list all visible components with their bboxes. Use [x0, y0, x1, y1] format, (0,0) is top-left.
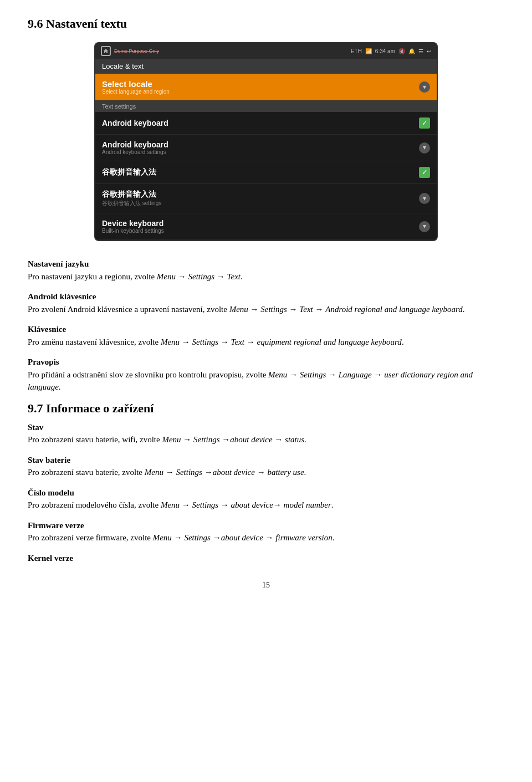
pravopis-title: Pravopis	[28, 357, 59, 366]
nastaveni-jazyku-text: Nastavení jazyku Pro nastavení jazyku a …	[28, 258, 504, 283]
chinese-keyboard-row-1[interactable]: 谷歌拼音输入法 ✓	[95, 161, 437, 184]
nastaveni-jazyku-section: Nastavení jazyku Pro nastavení jazyku a …	[28, 258, 504, 283]
cislo-modelu-title: Číslo modelu	[28, 488, 74, 497]
stav-title: Stav	[28, 423, 43, 432]
android-keyboard-text-2: Android keyboard Android keyboard settin…	[102, 140, 168, 155]
select-locale-sub: Select language and region	[102, 89, 170, 95]
chinese-keyboard-check-1: ✓	[419, 167, 430, 178]
chinese-keyboard-text-2: 谷歌拼音输入法 谷歌拼音输入法 settings	[102, 190, 161, 207]
chinese-keyboard-title-1: 谷歌拼音输入法	[102, 167, 156, 177]
select-locale-title: Select locale	[102, 79, 170, 89]
status-right: ETH 📶 6:34 am 🔇 🔔 ☰ ↩	[351, 48, 431, 54]
chinese-keyboard-title-2: 谷歌拼音输入法	[102, 190, 161, 200]
device-keyboard-sub: Built-in keyboard settings	[102, 228, 164, 234]
eth-icon: ETH	[351, 48, 362, 54]
device-keyboard-icon: ▾	[419, 221, 430, 232]
stav-text: Stav Pro zobrazení stavu baterie, wifi, …	[28, 421, 504, 446]
chinese-keyboard-row-2[interactable]: 谷歌拼音输入法 谷歌拼音输入法 settings ▾	[95, 184, 437, 213]
android-keyboard-check-1: ✓	[419, 117, 430, 129]
pravopis-section: Pravopis Pro přidání a odstranění slov z…	[28, 356, 504, 393]
klavesnice-title: Klávesnice	[28, 325, 66, 334]
select-locale-text: Select locale Select language and region	[102, 79, 170, 95]
text-settings-header: Text settings	[95, 101, 437, 112]
svg-marker-0	[104, 49, 108, 53]
kernel-verze-text: Kernel verze	[28, 552, 504, 565]
kernel-verze-section: Kernel verze	[28, 552, 504, 565]
volume-up-icon: 🔔	[408, 48, 415, 54]
select-locale-row[interactable]: Select locale Select language and region…	[95, 74, 437, 101]
nastaveni-jazyku-title: Nastavení jazyku	[28, 259, 89, 268]
signal-icon: 📶	[365, 48, 372, 54]
android-keyboard-row-2[interactable]: Android keyboard Android keyboard settin…	[95, 135, 437, 161]
home-icon	[101, 46, 111, 56]
device-keyboard-text: Device keyboard Built-in keyboard settin…	[102, 219, 164, 234]
phone-content: Select locale Select language and region…	[95, 74, 437, 240]
klavesnice-text: Klávesnice Pro změnu nastavení klávesnic…	[28, 323, 504, 348]
android-keyboard-sub-2: Android keyboard settings	[102, 149, 168, 155]
status-left: Demo Purpose Only	[101, 46, 159, 56]
status-time: 6:34 am	[375, 48, 395, 54]
stav-baterie-section: Stav baterie Pro zobrazení stavu baterie…	[28, 454, 504, 479]
android-keyboard-icon-2: ▾	[419, 142, 430, 154]
firmware-verze-section: Firmware verze Pro zobrazení verze firmw…	[28, 519, 504, 544]
android-keyboard-text-1: Android keyboard	[102, 119, 168, 127]
back-icon: ↩	[427, 48, 431, 54]
stav-section: Stav Pro zobrazení stavu baterie, wifi, …	[28, 421, 504, 446]
device-keyboard-title: Device keyboard	[102, 219, 164, 228]
subsection-title: 9.7 Informace o zařízení	[28, 401, 504, 416]
device-keyboard-row[interactable]: Device keyboard Built-in keyboard settin…	[95, 213, 437, 240]
firmware-verze-title: Firmware verze	[28, 521, 84, 530]
chinese-keyboard-icon-2: ▾	[419, 193, 430, 204]
android-keyboard-title-1: Android keyboard	[102, 119, 168, 127]
phone-mockup: Demo Purpose Only ETH 📶 6:34 am 🔇 🔔 ☰ ↩ …	[94, 42, 438, 241]
android-klavesnice-text: Android klávesnice Pro zvolení Android k…	[28, 290, 504, 315]
chinese-keyboard-sub-2: 谷歌拼音输入法 settings	[102, 200, 161, 207]
page-number: 15	[28, 581, 504, 590]
android-klavesnice-section: Android klávesnice Pro zvolení Android k…	[28, 290, 504, 315]
phone-app-header: Locale & text	[95, 59, 437, 74]
cislo-modelu-section: Číslo modelu Pro zobrazení modelového čí…	[28, 487, 504, 512]
android-keyboard-title-2: Android keyboard	[102, 140, 168, 149]
volume-icon: 🔇	[398, 48, 405, 54]
phone-header-title: Locale & text	[102, 62, 144, 70]
android-keyboard-row-1[interactable]: Android keyboard ✓	[95, 112, 437, 135]
klavesnice-section: Klávesnice Pro změnu nastavení klávesnic…	[28, 323, 504, 348]
stav-baterie-text: Stav baterie Pro zobrazení stavu baterie…	[28, 454, 504, 479]
kernel-verze-title: Kernel verze	[28, 554, 73, 563]
phone-status-bar: Demo Purpose Only ETH 📶 6:34 am 🔇 🔔 ☰ ↩	[95, 43, 437, 59]
demo-text: Demo Purpose Only	[114, 48, 159, 54]
select-locale-icon: ▾	[419, 81, 430, 93]
stav-baterie-title: Stav baterie	[28, 456, 70, 464]
android-klavesnice-title: Android klávesnice	[28, 292, 96, 301]
menu-icon: ☰	[418, 48, 423, 54]
firmware-verze-text: Firmware verze Pro zobrazení verze firmw…	[28, 519, 504, 544]
pravopis-text: Pravopis Pro přidání a odstranění slov z…	[28, 356, 504, 393]
chinese-keyboard-text-1: 谷歌拼音输入法	[102, 167, 156, 177]
page-section-title: 9.6 Nastavení textu	[28, 17, 504, 31]
cislo-modelu-text: Číslo modelu Pro zobrazení modelového čí…	[28, 487, 504, 512]
